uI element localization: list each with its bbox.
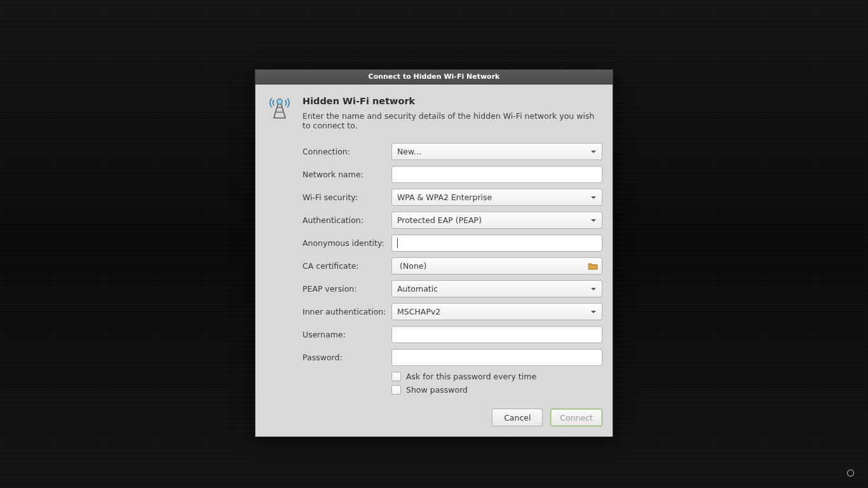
chevron-down-icon [591, 311, 596, 313]
ca-certificate-value: (None) [400, 261, 426, 271]
window-titlebar[interactable]: Connect to Hidden Wi-Fi Network [255, 70, 613, 85]
network-name-input[interactable] [391, 166, 602, 183]
cancel-button[interactable]: Cancel [492, 409, 543, 426]
authentication-value: Protected EAP (PEAP) [397, 215, 482, 225]
ask-password-checkbox[interactable] [391, 372, 401, 381]
dialog-heading: Hidden Wi-Fi network [302, 96, 602, 106]
hidden-wifi-dialog: Connect to Hidden Wi-Fi Network Hidden W… [255, 69, 613, 437]
form: Connection: New... Network name: Wi- [302, 143, 602, 426]
inner-authentication-label: Inner authentication: [302, 307, 391, 316]
inner-authentication-value: MSCHAPv2 [397, 307, 440, 316]
wifi-security-select[interactable]: WPA & WPA2 Enterprise [391, 189, 602, 206]
username-input[interactable] [391, 326, 602, 343]
folder-icon [588, 262, 598, 271]
anonymous-identity-input[interactable] [391, 234, 602, 252]
chevron-down-icon [591, 219, 596, 222]
show-password-checkbox[interactable] [391, 385, 401, 395]
ask-password-label[interactable]: Ask for this password every time [406, 372, 536, 381]
inner-authentication-select[interactable]: MSCHAPv2 [391, 303, 602, 320]
connection-select[interactable]: New... [391, 143, 602, 160]
network-name-label: Network name: [302, 170, 391, 179]
peap-version-select[interactable]: Automatic [391, 280, 602, 297]
connect-button-label: Connect [560, 413, 593, 423]
authentication-label: Authentication: [302, 215, 391, 225]
peap-version-value: Automatic [397, 284, 438, 294]
ca-certificate-label: CA certificate: [302, 261, 391, 271]
chevron-down-icon [591, 151, 596, 153]
wifi-security-value: WPA & WPA2 Enterprise [397, 193, 492, 202]
authentication-select[interactable]: Protected EAP (PEAP) [391, 212, 602, 229]
password-input[interactable] [391, 349, 602, 366]
tray-circle-icon[interactable] [847, 470, 854, 477]
wifi-security-label: Wi-Fi security: [302, 193, 391, 202]
peap-version-label: PEAP version: [302, 284, 391, 294]
wifi-tower-icon [266, 93, 294, 125]
connection-label: Connection: [302, 147, 391, 156]
cancel-button-label: Cancel [504, 413, 531, 423]
ca-certificate-chooser[interactable]: (None) [391, 257, 602, 274]
chevron-down-icon [591, 196, 596, 199]
connect-button[interactable]: Connect [550, 409, 602, 426]
username-label: Username: [302, 330, 391, 339]
svg-point-2 [277, 99, 282, 104]
chevron-down-icon [591, 288, 596, 290]
anonymous-identity-label: Anonymous identity: [302, 238, 391, 248]
window-title: Connect to Hidden Wi-Fi Network [369, 72, 500, 81]
connection-value: New... [397, 147, 421, 156]
show-password-label[interactable]: Show password [406, 385, 468, 395]
dialog-content: Hidden Wi-Fi network Enter the name and … [255, 85, 613, 437]
text-cursor [397, 238, 398, 248]
password-label: Password: [302, 353, 391, 362]
dialog-description: Enter the name and security details of t… [302, 111, 602, 130]
